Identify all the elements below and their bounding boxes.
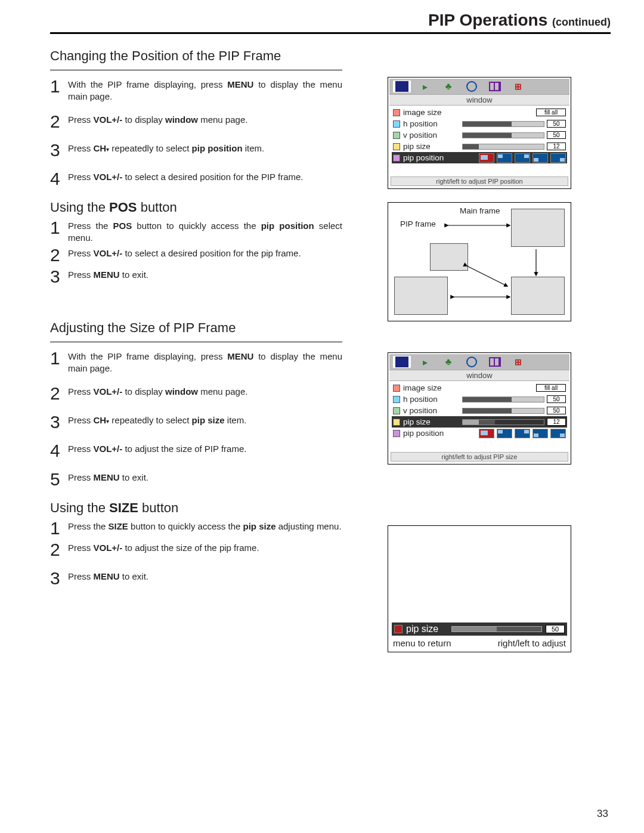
tab-feature-icon: ♣: [439, 80, 457, 92]
step-number: 2: [50, 113, 60, 131]
tab-sound-icon: ▸: [416, 80, 434, 92]
tab-globe-icon: [463, 356, 481, 368]
heading-size-button: Using the SIZE button: [50, 500, 342, 516]
osd-tabs: ▸ ♣ ⊞: [389, 79, 569, 94]
steps-change-pip-position: 1 With the PIP frame displaying, press M…: [50, 79, 342, 189]
tab-feature-icon: ♣: [439, 356, 457, 368]
heading-pos-button: Using the POS button: [50, 200, 342, 215]
pip-size-adjust-panel: pip size 50 menu to return right/left to…: [388, 525, 571, 652]
tab-window-icon: [486, 80, 504, 92]
steps-pos-button: 1 Press the POS button to quickly access…: [50, 220, 342, 287]
pip-size-slider: [451, 626, 542, 632]
osd-title: window: [389, 94, 569, 106]
step-number: 1: [50, 78, 60, 95]
hint-menu-return: menu to return: [393, 638, 451, 648]
tab-sound-icon: ▸: [416, 356, 434, 368]
step-number: 3: [50, 141, 60, 159]
heading-change-pip-position: Changing the Position of the PIP Frame: [50, 48, 342, 64]
hint-right-left-adjust: right/left to adjust: [498, 638, 566, 648]
tab-window-icon: [486, 356, 504, 368]
page-title: PIP Operations (continued): [50, 11, 611, 34]
osd-hint: right/left to adjust PIP position: [391, 176, 568, 186]
divider: [50, 342, 342, 342]
tab-globe-icon: [463, 80, 481, 92]
tab-picture-icon: [393, 356, 411, 368]
heading-adjust-pip-size: Adjusting the Size of PIP Frame: [50, 320, 342, 336]
pip-position-diagram: Main frame PIP frame: [388, 202, 571, 321]
steps-size-button: 1 Press the SIZE button to quickly acces…: [50, 521, 342, 589]
osd-window-menu-size: ▸ ♣ ⊞ window image sizefill all h positi…: [388, 352, 571, 465]
pip-size-icon: [394, 625, 402, 633]
page-number: 33: [597, 808, 608, 820]
divider: [50, 70, 342, 70]
step-number: 4: [50, 170, 60, 188]
tab-setup-icon: ⊞: [509, 80, 527, 92]
tab-setup-icon: ⊞: [509, 356, 527, 368]
steps-adjust-pip-size: 1 With the PIP frame displaying, press M…: [50, 351, 342, 490]
title-continued: (continued): [552, 16, 611, 28]
tab-picture-icon: [393, 80, 411, 92]
title-main: PIP Operations: [428, 11, 547, 29]
svg-line-3: [467, 266, 507, 286]
pip-position-thumbnails: [460, 153, 566, 163]
osd-window-menu-position: ▸ ♣ ⊞ window image sizefill all h positi…: [388, 77, 571, 189]
